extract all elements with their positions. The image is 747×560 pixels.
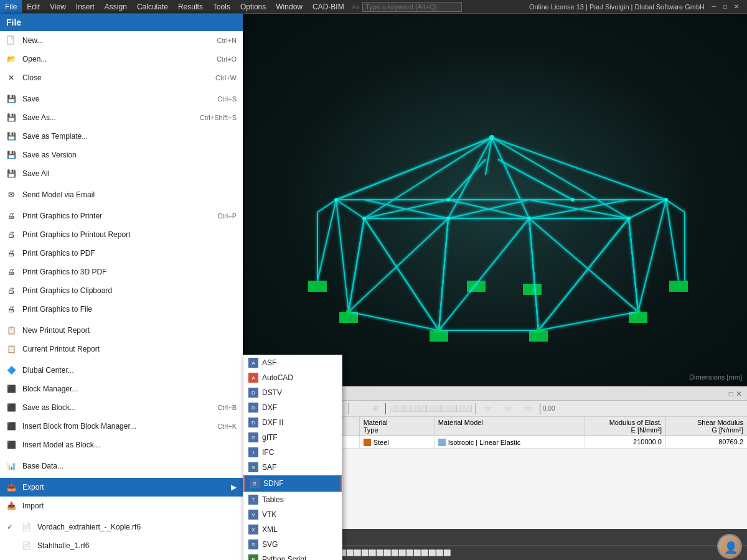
check-icon: ✓ — [5, 523, 15, 531]
recent-file-2[interactable]: 📄 Stahlhalle_VE.rs9 — [0, 555, 243, 560]
menu-base-data[interactable]: 📊 Base Data... — [0, 457, 243, 475]
settings-more-btns: ⬜⬜⬜⬜⬜⬜⬜⬜⬜⬜⬜ — [388, 405, 473, 412]
export-xml[interactable]: X XML — [243, 522, 342, 537]
menu-item-window[interactable]: Window — [271, 1, 308, 12]
svg-line-46 — [529, 218, 538, 330]
td-mat-type: Steel — [360, 436, 435, 448]
menu-print-3d-pdf[interactable]: 🖨 Print Graphics to 3D PDF — [0, 263, 243, 281]
export-dxf-ii[interactable]: D DXF II — [243, 415, 342, 430]
export-saf[interactable]: S SAF — [243, 460, 342, 475]
viewport-area[interactable]: Dimensions [mm] — [243, 14, 747, 386]
menu-send-model[interactable]: ✉ Send Model via Email — [0, 185, 243, 204]
save-icon: 💾 — [5, 93, 17, 105]
print-3dpdf-icon: 🖨 — [5, 266, 17, 278]
menu-open[interactable]: 📂 Open... Ctrl+O — [0, 50, 243, 68]
menu-dlubal-center[interactable]: 🔷 Dlubal Center... — [0, 361, 243, 380]
save-block-icon: ⬛ — [5, 401, 17, 414]
export-dxf[interactable]: D DXF — [243, 400, 342, 415]
menu-print-printout[interactable]: 🖨 Print Graphics to Printout Report — [0, 225, 243, 244]
export-gltf[interactable]: G gITF — [243, 430, 342, 445]
menu-save-version[interactable]: 💾 Save as Version — [0, 146, 243, 164]
menu-new-printout[interactable]: 📋 New Printout Report — [0, 321, 243, 340]
menu-save-template[interactable]: 💾 Save as Template... — [0, 127, 243, 146]
export-autocad[interactable]: A AutoCAD — [243, 370, 342, 385]
menu-save-block[interactable]: ⬛ Save as Block... Ctrl+B — [0, 398, 243, 417]
settings-restore-btn[interactable]: □ — [729, 390, 733, 398]
menu-save-all[interactable]: 💾 Save All — [0, 164, 243, 183]
th-e-mod: Modulus of Elast.E [N/mm²] — [585, 417, 666, 436]
svg-line-51 — [349, 218, 448, 312]
th-mat-model: Material Model — [435, 417, 585, 436]
save-as-icon: 💾 — [5, 111, 17, 124]
minimize-button[interactable]: ─ — [710, 2, 718, 11]
python-icon: P — [248, 554, 258, 560]
export-svg[interactable]: S SVG — [243, 537, 342, 552]
menu-close[interactable]: ✕ Close Ctrl+W — [0, 68, 243, 87]
export-tables[interactable]: T Tables — [243, 492, 342, 507]
print-printout-icon: 🖨 — [5, 228, 17, 241]
menu-save-as[interactable]: 💾 Save As... Ctrl+Shift+S — [0, 108, 243, 127]
svg-point-66 — [446, 217, 450, 220]
settings-table-btn[interactable]: ⊞ — [368, 402, 383, 416]
viewport-3d[interactable]: Dimensions [mm] — [243, 14, 747, 386]
svg-line-42 — [538, 312, 638, 330]
menu-bar: File Edit View Insert Assign Calculate R… — [0, 0, 747, 14]
menu-current-printout[interactable]: 📋 Current Printout Report — [0, 340, 243, 358]
menu-print-pdf[interactable]: 🖨 Print Graphics to PDF — [0, 244, 243, 263]
menu-print-clipboard[interactable]: 🖨 Print Graphics to Clipboard — [0, 281, 243, 300]
print-pdf-icon: 🖨 — [5, 247, 17, 259]
dxf-icon: D — [248, 403, 258, 413]
menu-item-file[interactable]: File — [0, 0, 22, 13]
settings-fx-btn[interactable]: fx — [479, 402, 497, 416]
menu-insert-model[interactable]: ⬛ Insert Model as Block... — [0, 436, 243, 454]
menu-item-calculate[interactable]: Calculate — [132, 1, 173, 12]
svg-icon: S — [248, 539, 258, 549]
menu-import[interactable]: 📥 Import — [0, 497, 243, 515]
menu-item-tools[interactable]: Tools — [208, 1, 235, 12]
svg-line-50 — [638, 200, 666, 312]
svg-point-62 — [489, 135, 494, 140]
import-icon: 📥 — [5, 500, 17, 512]
menu-save[interactable]: 💾 Save Ctrl+S — [0, 90, 243, 108]
search-input[interactable] — [362, 2, 462, 12]
recent-file-checked[interactable]: ✓ 📄 Vordach_extrahiert_-_Kopie.rf6 — [0, 518, 243, 536]
export-dstv[interactable]: D DSTV — [243, 385, 342, 400]
settings-fxii-btn[interactable]: fxii — [519, 402, 537, 416]
menu-item-results[interactable]: Results — [173, 1, 208, 12]
svg-point-65 — [362, 217, 366, 220]
menu-item-assign[interactable]: Assign — [100, 1, 132, 12]
svg-rect-7 — [467, 281, 486, 292]
export-submenu: A ASF A AutoCAD D DSTV D DXF D DXF II G … — [243, 355, 342, 560]
svg-point-71 — [346, 309, 351, 314]
menu-block-manager[interactable]: ⬛ Block Manager... — [0, 380, 243, 398]
settings-sep4 — [540, 403, 540, 414]
settings-close-btn[interactable]: ✕ — [736, 390, 742, 398]
title-bar-info: Online License 13 | Paul Sivolgin | Dlub… — [529, 2, 747, 11]
menu-item-edit[interactable]: Edit — [22, 1, 45, 12]
svg-line-44 — [439, 218, 448, 330]
menu-export[interactable]: 📤 Export ▶ — [0, 478, 243, 497]
menu-item-insert[interactable]: Insert — [71, 1, 100, 12]
settings-select-btn[interactable]: ⬚ — [352, 402, 367, 416]
settings-fxi-btn[interactable]: fxi — [499, 402, 517, 416]
menu-item-view[interactable]: View — [45, 1, 71, 12]
settings-sep1 — [349, 403, 349, 414]
print-clip-icon: 🖨 — [5, 284, 17, 297]
export-asf[interactable]: A ASF — [243, 355, 342, 370]
th-g-shear: Shear ModulusG [N/mm²] — [666, 417, 747, 436]
close-button[interactable]: ✕ — [732, 2, 741, 11]
export-python[interactable]: P Python Script — [243, 552, 342, 560]
menu-item-options[interactable]: Options — [235, 1, 271, 12]
svg-point-70 — [571, 198, 575, 202]
menu-print-graphics[interactable]: 🖨 Print Graphics to Printer Ctrl+P — [0, 207, 243, 225]
insert-block-icon: ⬛ — [5, 420, 17, 432]
recent-file-1[interactable]: 📄 Stahlhalle_1.rf6 — [0, 536, 243, 555]
menu-print-file[interactable]: 🖨 Print Graphics to File — [0, 300, 243, 319]
maximize-button[interactable]: □ — [721, 2, 730, 11]
export-vtk[interactable]: V VTK — [243, 507, 342, 522]
export-ifc[interactable]: I IFC — [243, 445, 342, 460]
menu-item-cad-bim[interactable]: CAD-BIM — [308, 1, 349, 12]
menu-new[interactable]: New... Ctrl+N — [0, 31, 243, 50]
export-sdnf[interactable]: S SDNF — [243, 475, 342, 492]
menu-insert-block[interactable]: ⬛ Insert Block from Block Manager... Ctr… — [0, 417, 243, 436]
